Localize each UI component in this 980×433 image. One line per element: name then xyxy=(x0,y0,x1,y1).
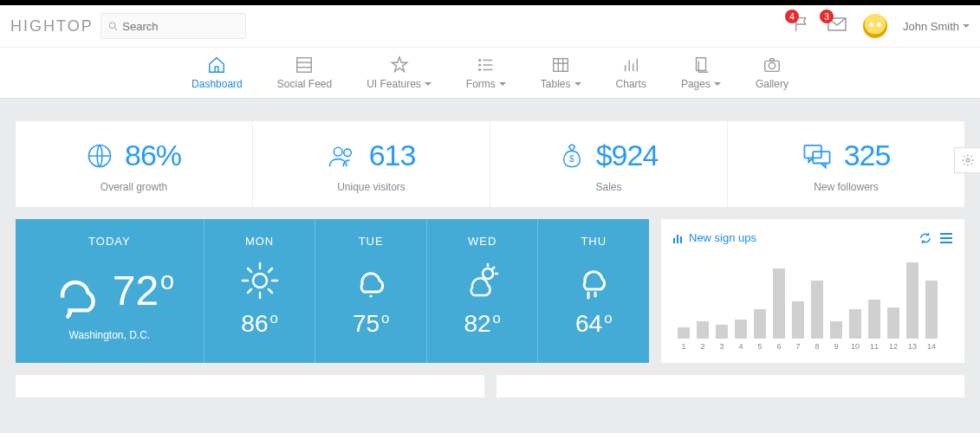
svg-line-36 xyxy=(248,289,251,293)
nav-label: Dashboard xyxy=(191,78,243,90)
chart-tick: 7 xyxy=(795,342,800,351)
svg-point-0 xyxy=(109,23,115,29)
rain-heavy-icon xyxy=(573,260,614,301)
sun-icon xyxy=(239,260,281,301)
svg-text:$: $ xyxy=(569,153,574,163)
svg-rect-12 xyxy=(554,59,568,72)
globe-icon xyxy=(87,143,113,169)
chevron-down-icon xyxy=(714,82,721,86)
svg-line-1 xyxy=(114,28,117,30)
chart-bar: 10 xyxy=(848,309,862,351)
stat-visitors: 613 Unique visitors xyxy=(253,121,490,207)
chart-tick: 1 xyxy=(681,342,685,351)
list-icon xyxy=(477,55,496,74)
user-name: John Smith xyxy=(903,20,959,33)
chart-bar: 2 xyxy=(696,321,710,351)
svg-rect-45 xyxy=(673,238,675,243)
nav-tables[interactable]: Tables xyxy=(523,48,599,98)
chart-icon xyxy=(621,55,640,74)
svg-line-35 xyxy=(269,289,272,293)
stat-followers: 325 New followers xyxy=(728,121,964,207)
stats-row: 86% Overall growth 613 Unique visitors $… xyxy=(16,121,964,207)
nav-label: Gallery xyxy=(756,78,789,90)
chart-tick: 9 xyxy=(834,342,838,351)
nav-label: Charts xyxy=(616,78,646,90)
weather-temp: 75 xyxy=(353,310,380,337)
svg-line-37 xyxy=(269,268,272,272)
weather-temp: 72 xyxy=(113,268,159,313)
chart-bar: 11 xyxy=(867,300,881,351)
svg-rect-20 xyxy=(696,58,705,71)
brand-logo: HIGHTOP xyxy=(10,17,94,36)
svg-point-24 xyxy=(334,147,342,156)
star-icon xyxy=(390,55,409,74)
mail-button[interactable]: 3 xyxy=(827,15,847,37)
svg-rect-46 xyxy=(677,235,678,243)
chevron-down-icon xyxy=(425,82,432,86)
weather-day-label: THU xyxy=(581,235,607,248)
nav-forms[interactable]: Forms xyxy=(449,48,523,98)
nav-label: Social Feed xyxy=(277,78,332,90)
weather-wed: WED 82o xyxy=(427,219,539,363)
svg-rect-50 xyxy=(940,242,952,243)
search-icon xyxy=(108,21,118,31)
panel-placeholder xyxy=(496,375,965,397)
weather-widget: TODAY 72o Washington, D.C. MON 86o TUE 7… xyxy=(16,219,649,363)
weather-temp: 82 xyxy=(464,310,490,337)
svg-point-29 xyxy=(253,274,267,288)
weather-temp: 86 xyxy=(241,310,268,337)
weather-thu: THU 64o xyxy=(538,219,649,363)
chart-tick: 10 xyxy=(851,342,860,351)
partly-cloudy-icon xyxy=(462,260,503,301)
weather-location: Washington, D.C. xyxy=(69,329,151,341)
avatar[interactable] xyxy=(863,14,887,38)
stat-label: Unique visitors xyxy=(337,181,406,193)
signups-title: New sign ups xyxy=(689,231,756,244)
chart-bar: 9 xyxy=(829,321,843,351)
stat-label: Sales xyxy=(595,181,621,193)
stat-value: $924 xyxy=(596,139,659,172)
flag-badge: 4 xyxy=(785,10,799,23)
weather-temp: 64 xyxy=(575,310,602,337)
flag-button[interactable]: 4 xyxy=(792,15,811,37)
weather-today: TODAY 72o Washington, D.C. xyxy=(16,219,204,363)
list-toggle-icon[interactable] xyxy=(940,232,952,244)
home-icon xyxy=(207,55,226,74)
feed-icon xyxy=(295,55,314,74)
refresh-icon[interactable] xyxy=(919,232,931,244)
nav-charts[interactable]: Charts xyxy=(599,48,664,98)
camera-icon xyxy=(763,55,782,74)
stat-growth: 86% Overall growth xyxy=(16,121,253,207)
rain-icon xyxy=(45,260,106,320)
chart-bar: 4 xyxy=(734,320,748,352)
nav-dashboard[interactable]: Dashboard xyxy=(174,48,260,98)
svg-point-11 xyxy=(479,69,481,71)
nav-gallery[interactable]: Gallery xyxy=(738,48,806,98)
chart-tick: 12 xyxy=(889,342,898,351)
chart-bar: 12 xyxy=(886,307,900,351)
svg-rect-47 xyxy=(680,236,682,243)
stat-label: Overall growth xyxy=(101,181,167,193)
nav-pages[interactable]: Pages xyxy=(664,48,738,98)
search-input[interactable] xyxy=(122,20,237,33)
nav-ui[interactable]: UI Features xyxy=(349,48,449,98)
chevron-down-icon xyxy=(574,82,581,86)
nav-label: Pages xyxy=(681,78,711,90)
user-menu[interactable]: John Smith xyxy=(903,20,970,33)
chart-tick: 5 xyxy=(757,342,762,351)
stat-sales: $ $924 Sales xyxy=(490,121,728,207)
settings-toggle[interactable] xyxy=(954,147,980,173)
chart-tick: 6 xyxy=(776,342,781,351)
search-input-wrap[interactable] xyxy=(101,13,246,39)
chevron-down-icon xyxy=(499,82,506,86)
bars-icon xyxy=(673,233,684,243)
gear-icon xyxy=(961,153,975,167)
svg-line-34 xyxy=(248,268,251,272)
nav-social[interactable]: Social Feed xyxy=(260,48,349,98)
svg-point-38 xyxy=(370,295,373,298)
svg-point-25 xyxy=(343,149,351,157)
weather-day-label: TODAY xyxy=(88,235,131,248)
signups-panel: New sign ups 1234567891011121314 xyxy=(661,219,964,363)
svg-rect-3 xyxy=(297,58,312,73)
weather-day-label: TUE xyxy=(359,235,384,248)
